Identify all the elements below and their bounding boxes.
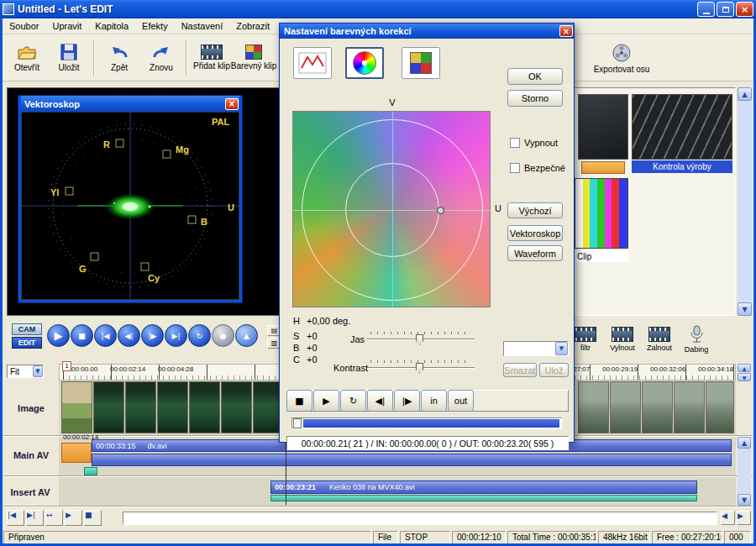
- vectorscope-window[interactable]: Vektoroskop ×: [18, 95, 243, 303]
- menu-kapitola[interactable]: Kapitola: [88, 19, 135, 33]
- contrast-slider-thumb[interactable]: [416, 363, 423, 374]
- stop-button[interactable]: ■: [71, 324, 93, 347]
- vectorscope-titlebar[interactable]: Vektoroskop ×: [21, 96, 239, 112]
- dialog-stop-button[interactable]: ■: [286, 390, 312, 412]
- chevron-down-icon[interactable]: ▼: [555, 342, 568, 355]
- cam-mode-button[interactable]: CAM: [12, 323, 42, 335]
- frame-forward-button[interactable]: |▶: [141, 324, 164, 347]
- timeline-scroll-strip[interactable]: [123, 512, 717, 525]
- disable-checkbox[interactable]: [510, 138, 520, 148]
- eject-button[interactable]: ▲: [235, 324, 258, 347]
- loop-button[interactable]: ↻: [188, 324, 211, 347]
- frame-thumbnail[interactable]: [93, 381, 124, 433]
- timeline-zoom-combobox[interactable]: Fit ▼: [7, 365, 44, 378]
- frame-thumbnail[interactable]: [578, 381, 609, 433]
- edit-mode-button[interactable]: EDIT: [12, 337, 42, 349]
- dialog-play-button[interactable]: ▶: [313, 390, 339, 412]
- play-button[interactable]: ▶: [47, 324, 70, 347]
- scroll-left-button[interactable]: ◀: [721, 511, 735, 525]
- safe-checkbox[interactable]: [510, 163, 520, 173]
- uv-color-plane[interactable]: [292, 111, 491, 307]
- minibar-button-1[interactable]: |◀: [7, 510, 24, 526]
- minibar-button-5[interactable]: ■: [84, 510, 102, 526]
- audio-snippet-clip[interactable]: [84, 467, 97, 475]
- dialog-step-back-button[interactable]: ◀|: [367, 390, 393, 412]
- disable-checkbox-row[interactable]: Vypnout: [510, 138, 558, 148]
- scroll-right-button[interactable]: ▶: [737, 511, 751, 525]
- minibar-button-3[interactable]: ↔: [45, 510, 63, 526]
- ruler-scroll-up[interactable]: ▲: [738, 364, 751, 372]
- dialog-step-forward-button[interactable]: |▶: [394, 390, 420, 412]
- chapter-marker[interactable]: 1: [62, 361, 71, 371]
- chevron-down-icon[interactable]: ▼: [33, 365, 43, 377]
- export-axis-button[interactable]: Exportovat osu: [578, 37, 665, 79]
- color-bars-tab[interactable]: [402, 47, 440, 79]
- cancel-button[interactable]: Storno: [507, 90, 563, 107]
- menu-upravit[interactable]: Upravit: [45, 19, 88, 33]
- tool-button-2[interactable]: Vylnout: [605, 323, 640, 356]
- dialog-titlebar[interactable]: Nastavení barevných korekcí ×: [280, 24, 574, 39]
- frame-thumbnail[interactable]: [157, 381, 188, 433]
- brightness-slider[interactable]: [367, 332, 475, 345]
- ruler-scroll-down[interactable]: ▼: [738, 373, 751, 381]
- save-button[interactable]: Uložit: [48, 37, 90, 79]
- scroll-down-button[interactable]: ▼: [738, 302, 752, 316]
- frame-thumbnail[interactable]: [61, 381, 92, 433]
- restore-button[interactable]: [717, 2, 734, 17]
- open-button[interactable]: Otevřít: [6, 37, 48, 79]
- close-button[interactable]: ×: [736, 2, 753, 17]
- vectorscope-button[interactable]: Vektoroskop: [507, 225, 563, 241]
- delete-preset-button[interactable]: Smazat: [503, 363, 537, 377]
- redo-button[interactable]: Znovu: [140, 37, 182, 79]
- dialog-loop-button[interactable]: ↻: [340, 390, 366, 412]
- clip-label-kontrola[interactable]: Kontrola výroby: [632, 160, 732, 173]
- menu-zobrazit[interactable]: Zobrazit: [229, 19, 276, 33]
- menu-efekty[interactable]: Efekty: [135, 19, 175, 33]
- contrast-slider[interactable]: [367, 360, 475, 374]
- color-balance-handle[interactable]: [437, 207, 444, 214]
- vectorscope-close-button[interactable]: ×: [225, 98, 239, 110]
- dialog-close-button[interactable]: ×: [559, 25, 573, 37]
- menu-soubor[interactable]: Soubor: [3, 19, 45, 33]
- set-in-button[interactable]: in: [421, 390, 447, 412]
- dubbing-button[interactable]: Dabing: [679, 323, 714, 356]
- clip-bin-scrollbar[interactable]: [738, 87, 752, 316]
- clip-label-selected-orange[interactable]: [581, 161, 625, 174]
- color-correction-dialog[interactable]: Nastavení barevných korekcí × OK Storno …: [279, 23, 575, 443]
- safe-checkbox-row[interactable]: Bezpečné: [510, 163, 565, 173]
- minimize-button[interactable]: [697, 2, 715, 17]
- track-scroll-up[interactable]: ▲: [738, 437, 751, 449]
- color-clip-button[interactable]: Barevný klip: [233, 37, 275, 79]
- brightness-slider-thumb[interactable]: [416, 334, 423, 345]
- main-av-audio-clip[interactable]: [92, 454, 732, 466]
- store-preset-button[interactable]: Ulož: [539, 363, 569, 377]
- waveform-button[interactable]: Waveform: [507, 245, 563, 261]
- waveform-tab[interactable]: [293, 47, 332, 79]
- frame-thumbnail[interactable]: [642, 381, 673, 433]
- insert-av-clip[interactable]: 00:00:23:21 Kenko 038 na MVX40.avi: [270, 480, 697, 494]
- track-scroll-down[interactable]: ▼: [738, 494, 751, 506]
- add-clip-button[interactable]: Přidat klip: [191, 37, 233, 79]
- preset-combobox[interactable]: ▼: [503, 341, 569, 356]
- color-wheel-tab[interactable]: [345, 47, 384, 79]
- frame-thumbnail[interactable]: [125, 381, 156, 433]
- minibar-button-2[interactable]: ▶|: [26, 510, 44, 526]
- undo-button[interactable]: Zpět: [98, 37, 140, 79]
- frame-thumbnail[interactable]: [706, 381, 734, 433]
- set-out-button[interactable]: out: [448, 390, 474, 412]
- clip-thumbnail-colorbars[interactable]: [575, 178, 628, 249]
- orange-clip[interactable]: [61, 443, 92, 463]
- frame-thumbnail[interactable]: [610, 381, 641, 433]
- tool-button-3[interactable]: Zalnout: [642, 323, 677, 356]
- scroll-up-button[interactable]: ▲: [738, 87, 752, 101]
- insert-av-audio-strip[interactable]: [270, 495, 697, 501]
- seek-thumb[interactable]: [293, 418, 302, 428]
- record-button[interactable]: ●: [212, 324, 234, 347]
- frame-thumbnail[interactable]: [221, 381, 252, 433]
- ok-button[interactable]: OK: [507, 68, 563, 85]
- seek-bar[interactable]: [291, 417, 562, 429]
- frame-thumbnail[interactable]: [674, 381, 705, 433]
- clip-thumbnail-kontrola[interactable]: [632, 94, 732, 160]
- menu-nastaveni[interactable]: Nastavení: [175, 19, 230, 33]
- clip-label-colorbars[interactable]: Clip: [575, 250, 628, 262]
